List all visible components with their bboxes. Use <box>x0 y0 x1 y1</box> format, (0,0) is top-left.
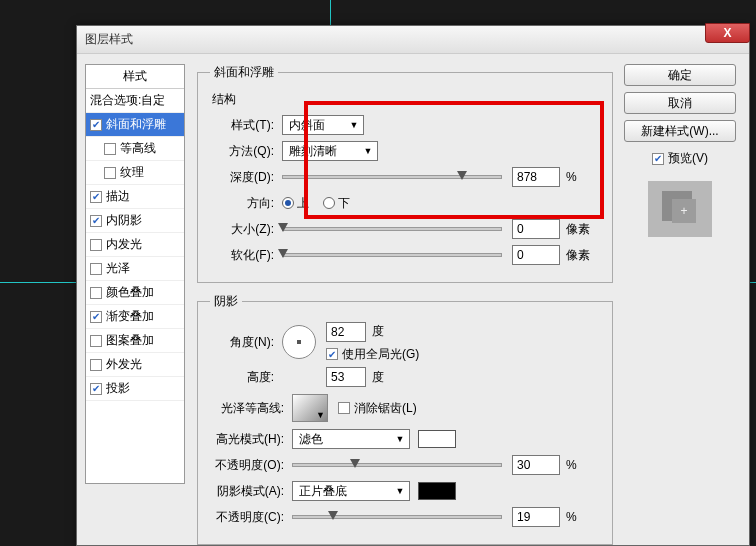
style-item-label: 光泽 <box>106 260 130 277</box>
chevron-down-icon: ▼ <box>393 484 407 498</box>
style-item-label: 投影 <box>106 380 130 397</box>
chevron-down-icon: ▼ <box>361 144 375 158</box>
global-light-checkbox[interactable] <box>326 348 338 360</box>
depth-unit: % <box>566 170 600 184</box>
shading-group: 阴影 角度(N): 82 度 使用全局光(G) <box>197 293 613 545</box>
size-unit: 像素 <box>566 221 600 238</box>
altitude-input[interactable]: 53 <box>326 367 366 387</box>
antialias-checkbox[interactable] <box>338 402 350 414</box>
highlight-mode-select[interactable]: 滤色 ▼ <box>292 429 410 449</box>
style-item-label: 描边 <box>106 188 130 205</box>
highlight-opacity-label: 不透明度(O): <box>210 457 292 474</box>
style-item-label: 颜色叠加 <box>106 284 154 301</box>
shadow-opacity-slider[interactable] <box>292 515 502 519</box>
style-item-bevel[interactable]: 斜面和浮雕 <box>86 113 184 137</box>
size-input[interactable]: 0 <box>512 219 560 239</box>
highlight-mode-label: 高光模式(H): <box>210 431 292 448</box>
right-column: 确定 取消 新建样式(W)... 预览(V) <box>621 64 739 535</box>
shadow-mode-value: 正片叠底 <box>299 483 347 500</box>
angle-unit: 度 <box>372 323 384 340</box>
styles-header[interactable]: 样式 <box>86 65 184 89</box>
shadow-opacity-label: 不透明度(C): <box>210 509 292 526</box>
checkbox-icon[interactable] <box>90 359 102 371</box>
center-column: 斜面和浮雕 结构 样式(T): 内斜面 ▼ 方法(Q): 雕刻清晰 ▼ <box>189 64 621 535</box>
style-item-stroke[interactable]: 描边 <box>86 185 184 209</box>
ok-button[interactable]: 确定 <box>624 64 736 86</box>
preview-thumbnail <box>648 181 712 237</box>
close-button[interactable]: X <box>705 23 750 43</box>
highlight-opacity-input[interactable]: 30 <box>512 455 560 475</box>
styles-list: 样式 混合选项:自定 斜面和浮雕 等高线 纹理 描 <box>85 64 185 484</box>
blend-options-label: 混合选项:自定 <box>90 92 165 109</box>
checkbox-icon[interactable] <box>90 311 102 323</box>
method-value: 雕刻清晰 <box>289 143 337 160</box>
altitude-unit: 度 <box>372 369 406 386</box>
style-item-inner-glow[interactable]: 内发光 <box>86 233 184 257</box>
style-item-texture[interactable]: 纹理 <box>86 161 184 185</box>
chevron-down-icon: ▼ <box>347 118 361 132</box>
checkbox-icon[interactable] <box>90 335 102 347</box>
style-item-inner-shadow[interactable]: 内阴影 <box>86 209 184 233</box>
style-item-label: 内阴影 <box>106 212 142 229</box>
checkbox-icon[interactable] <box>90 191 102 203</box>
highlight-opacity-unit: % <box>566 458 600 472</box>
style-item-label: 图案叠加 <box>106 332 154 349</box>
style-item-outer-glow[interactable]: 外发光 <box>86 353 184 377</box>
style-value: 内斜面 <box>289 117 325 134</box>
new-style-button[interactable]: 新建样式(W)... <box>624 120 736 142</box>
angle-label: 角度(N): <box>210 334 282 351</box>
preview-label: 预览(V) <box>668 150 708 167</box>
style-item-label: 内发光 <box>106 236 142 253</box>
style-item-contour[interactable]: 等高线 <box>86 137 184 161</box>
direction-label: 方向: <box>210 195 282 212</box>
angle-input[interactable]: 82 <box>326 322 366 342</box>
close-icon: X <box>723 26 731 40</box>
method-select[interactable]: 雕刻清晰 ▼ <box>282 141 378 161</box>
shadow-color-swatch[interactable] <box>418 482 456 500</box>
checkbox-icon[interactable] <box>90 383 102 395</box>
chevron-down-icon: ▼ <box>316 410 325 420</box>
preview-checkbox[interactable] <box>652 153 664 165</box>
soften-label: 软化(F): <box>210 247 282 264</box>
checkbox-icon[interactable] <box>104 143 116 155</box>
bevel-group: 斜面和浮雕 结构 样式(T): 内斜面 ▼ 方法(Q): 雕刻清晰 ▼ <box>197 64 613 283</box>
depth-input[interactable]: 878 <box>512 167 560 187</box>
angle-dial[interactable] <box>282 325 316 359</box>
direction-down-radio[interactable] <box>323 197 335 209</box>
checkbox-icon[interactable] <box>90 215 102 227</box>
titlebar[interactable]: 图层样式 X <box>77 26 749 54</box>
window-title: 图层样式 <box>85 31 133 48</box>
style-item-label: 渐变叠加 <box>106 308 154 325</box>
shadow-mode-select[interactable]: 正片叠底 ▼ <box>292 481 410 501</box>
checkbox-icon[interactable] <box>90 263 102 275</box>
direction-up-label: 上 <box>297 195 309 212</box>
style-item-label: 外发光 <box>106 356 142 373</box>
depth-slider[interactable] <box>282 175 502 179</box>
checkbox-icon[interactable] <box>104 167 116 179</box>
chevron-down-icon: ▼ <box>393 432 407 446</box>
checkbox-icon[interactable] <box>90 119 102 131</box>
cancel-button[interactable]: 取消 <box>624 92 736 114</box>
preview-checkbox-row[interactable]: 预览(V) <box>652 150 708 167</box>
contour-picker[interactable]: ▼ <box>292 394 328 422</box>
style-item-gradient-overlay[interactable]: 渐变叠加 <box>86 305 184 329</box>
highlight-color-swatch[interactable] <box>418 430 456 448</box>
highlight-opacity-slider[interactable] <box>292 463 502 467</box>
style-item-pattern-overlay[interactable]: 图案叠加 <box>86 329 184 353</box>
contour-label: 光泽等高线: <box>210 400 292 417</box>
checkbox-icon[interactable] <box>90 239 102 251</box>
blend-options-row[interactable]: 混合选项:自定 <box>86 89 184 113</box>
soften-input[interactable]: 0 <box>512 245 560 265</box>
direction-up-radio[interactable] <box>282 197 294 209</box>
style-item-drop-shadow[interactable]: 投影 <box>86 377 184 401</box>
style-item-color-overlay[interactable]: 颜色叠加 <box>86 281 184 305</box>
style-select[interactable]: 内斜面 ▼ <box>282 115 364 135</box>
structure-header: 结构 <box>212 91 600 108</box>
size-slider[interactable] <box>282 227 502 231</box>
direction-down-label: 下 <box>338 195 350 212</box>
shadow-opacity-input[interactable]: 19 <box>512 507 560 527</box>
style-item-satin[interactable]: 光泽 <box>86 257 184 281</box>
checkbox-icon[interactable] <box>90 287 102 299</box>
depth-label: 深度(D): <box>210 169 282 186</box>
soften-slider[interactable] <box>282 253 502 257</box>
